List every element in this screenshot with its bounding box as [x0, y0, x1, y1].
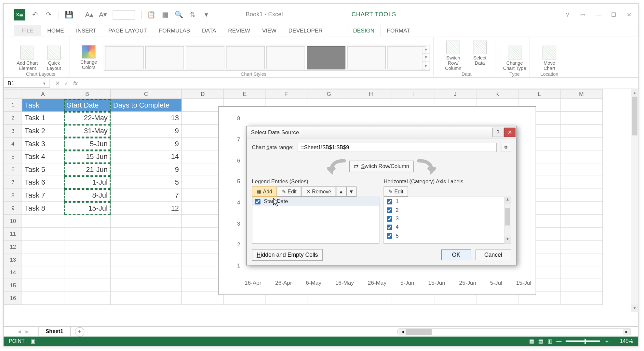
col-header[interactable]: G [308, 89, 350, 99]
font-shrink-icon[interactable]: A▾ [99, 11, 107, 19]
cell[interactable] [181, 163, 223, 176]
cell[interactable] [560, 240, 602, 253]
confirm-entry-icon[interactable]: ✓ [64, 80, 69, 86]
cell[interactable] [560, 279, 602, 292]
sheet-tab[interactable]: Sheet1 [38, 327, 71, 336]
cell[interactable] [110, 266, 181, 279]
cell[interactable]: 7 [110, 189, 181, 202]
series-remove-button[interactable]: ✕Remove [301, 187, 336, 197]
cell[interactable]: 14 [110, 150, 181, 163]
col-header[interactable]: F [266, 89, 308, 99]
cell[interactable]: Days to Complete [110, 99, 181, 112]
gallery-more-icon[interactable]: ▾ [422, 62, 429, 70]
help-icon[interactable]: ? [563, 10, 572, 19]
scroll-down-icon[interactable]: ▼ [631, 305, 638, 312]
cell[interactable]: 5-Jun [64, 137, 111, 150]
series-checkbox[interactable] [255, 199, 261, 204]
cell[interactable] [560, 99, 602, 112]
zoom-in-icon[interactable]: ＋ [604, 338, 610, 345]
cell[interactable] [110, 253, 181, 266]
tab-formulas[interactable]: FORMULAS [153, 25, 196, 36]
print-preview-icon[interactable]: 🔍 [175, 11, 183, 19]
cell[interactable] [181, 292, 223, 305]
maximize-icon[interactable]: ☐ [609, 10, 619, 19]
row-header[interactable]: 8 [4, 189, 22, 202]
qat-customize-icon[interactable]: ▾ [202, 11, 210, 19]
series-row[interactable]: Start Date [252, 197, 379, 206]
category-checkbox[interactable] [387, 207, 392, 213]
cell[interactable]: 21-Jun [64, 163, 111, 176]
font-size-input[interactable] [113, 10, 135, 19]
cell[interactable] [64, 292, 111, 305]
fx-icon[interactable]: fx [73, 80, 77, 86]
category-checkbox[interactable] [387, 224, 392, 230]
cell[interactable] [110, 279, 181, 292]
tab-insert[interactable]: INSERT [70, 25, 102, 36]
change-colors-button[interactable]: Change Colors [77, 45, 100, 70]
category-checkbox[interactable] [387, 233, 392, 239]
cell[interactable] [110, 292, 181, 305]
minimize-icon[interactable]: — [594, 10, 603, 19]
cancel-button[interactable]: Cancel [475, 250, 511, 260]
tab-data[interactable]: DATA [196, 25, 222, 36]
cell[interactable]: 12 [110, 202, 181, 215]
chart-data-range-input[interactable] [298, 143, 497, 152]
gallery-up-icon[interactable]: ▲ [422, 45, 429, 54]
scroll-up-icon[interactable]: ▲ [631, 89, 638, 97]
col-header[interactable]: B [64, 89, 111, 99]
cell[interactable] [64, 228, 111, 240]
redo-icon[interactable]: ↷ [45, 11, 53, 19]
cell[interactable] [560, 202, 602, 215]
cell[interactable]: Task 2 [22, 124, 64, 137]
cell[interactable]: Task 8 [22, 202, 64, 215]
row-header[interactable]: 6 [4, 163, 22, 176]
cell[interactable]: 31-May [64, 124, 111, 137]
category-checkbox[interactable] [387, 199, 392, 204]
cell[interactable] [181, 150, 223, 163]
col-header[interactable]: I [392, 89, 434, 99]
chart-styles-gallery[interactable]: ▲▼▾ [104, 45, 430, 71]
zoom-out-icon[interactable]: — [557, 338, 562, 344]
category-row[interactable]: 5 [384, 231, 511, 240]
col-header[interactable]: M [560, 89, 602, 99]
undo-icon[interactable]: ↶ [31, 11, 39, 19]
cell[interactable] [110, 240, 181, 253]
vertical-scrollbar[interactable]: ▲ ▼ [631, 89, 638, 312]
cell[interactable] [181, 124, 223, 137]
dialog-close-icon[interactable]: ✕ [504, 127, 515, 137]
macro-record-icon[interactable]: ▣ [31, 338, 35, 344]
cell[interactable] [560, 176, 602, 189]
tab-view[interactable]: VIEW [256, 25, 283, 36]
cell[interactable]: 13 [110, 111, 181, 124]
row-header[interactable]: 14 [4, 266, 22, 279]
row-header[interactable]: 1 [4, 99, 22, 112]
tab-file[interactable]: FILE [14, 25, 41, 36]
col-header[interactable]: H [350, 89, 392, 99]
cell[interactable] [560, 137, 602, 150]
cell[interactable] [22, 292, 64, 305]
name-box[interactable]: B1▼ [4, 79, 50, 88]
cancel-entry-icon[interactable]: ✕ [55, 80, 60, 86]
cell[interactable] [181, 240, 223, 253]
cell[interactable]: Task 1 [22, 111, 64, 124]
cell[interactable] [22, 253, 64, 266]
cell[interactable] [560, 111, 602, 124]
cell[interactable]: Task 5 [22, 163, 64, 176]
zoom-level[interactable]: 145% [620, 338, 633, 344]
tab-design[interactable]: DESIGN [347, 25, 381, 36]
cell[interactable] [560, 214, 602, 228]
cell[interactable] [560, 228, 602, 240]
collapse-dialog-icon[interactable]: ⧉ [501, 143, 511, 152]
series-listbox[interactable]: Start Date [252, 197, 379, 244]
view-normal-icon[interactable]: ▦ [529, 338, 534, 344]
switch-row-column-button[interactable]: Switch Row/ Column [442, 41, 465, 71]
cell[interactable]: Task 4 [22, 150, 64, 163]
cell[interactable] [560, 253, 602, 266]
dialog-help-icon[interactable]: ? [492, 127, 503, 137]
col-header[interactable]: J [434, 89, 476, 99]
col-header[interactable]: A [22, 89, 64, 99]
categories-listbox[interactable]: ▲▼ 12345 [384, 197, 511, 244]
tab-nav-prev-icon[interactable]: ◄ [17, 329, 22, 334]
cell[interactable]: 15-Jun [64, 150, 111, 163]
cell[interactable] [560, 163, 602, 176]
